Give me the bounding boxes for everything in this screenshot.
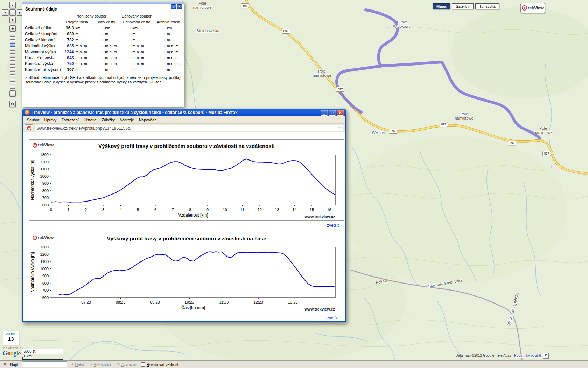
menu-historie[interactable]: Historie bbox=[81, 117, 99, 123]
site-favicon-button[interactable]: T bbox=[25, 124, 33, 131]
zoom-out-button[interactable]: − bbox=[9, 90, 16, 97]
zoom-slider-handle[interactable] bbox=[10, 43, 15, 47]
corner-arrow-button[interactable] bbox=[543, 353, 549, 359]
map-type-switcher: Mapa Satelitní Turistická bbox=[433, 3, 499, 9]
map-type-turisticka-button[interactable]: Turistická bbox=[475, 3, 499, 9]
svg-text:3: 3 bbox=[102, 207, 104, 212]
row-value: --m bbox=[119, 37, 154, 43]
zoom-slider-step[interactable] bbox=[10, 33, 15, 36]
trekview-brand-box[interactable]: T rekView bbox=[520, 3, 545, 13]
minimize-button[interactable]: _ bbox=[321, 110, 328, 116]
google-logo-letter: e bbox=[18, 350, 21, 357]
row-value: --m bbox=[154, 67, 183, 73]
url-input[interactable] bbox=[35, 125, 343, 131]
zoom-slider-step[interactable] bbox=[10, 75, 15, 78]
svg-text:Čas [hh:mm]: Čas [hh:mm] bbox=[181, 305, 205, 310]
zoom-slider-step[interactable] bbox=[10, 71, 15, 75]
map-type-mapa-button[interactable]: Mapa bbox=[433, 3, 450, 9]
panel-help-button[interactable]: ? bbox=[171, 4, 176, 9]
svg-text:1100: 1100 bbox=[40, 259, 49, 264]
google-logo-letter: G bbox=[3, 350, 8, 357]
road-number-badge: 897 bbox=[282, 29, 290, 34]
close-button[interactable]: ✕ bbox=[337, 110, 344, 116]
highlight-button[interactable]: ✎ Zvýraznit bbox=[115, 362, 139, 367]
zoom-level-value: 13 bbox=[3, 336, 19, 342]
row-value: --m n. m. bbox=[119, 55, 154, 61]
attribution-text: Data map ©2012 Google, Tele Atlas - bbox=[455, 354, 514, 357]
maximize-button[interactable]: □ bbox=[329, 110, 336, 116]
row-value: --m bbox=[154, 31, 183, 37]
enlarge-link-distance[interactable]: zvětšit bbox=[327, 223, 339, 228]
zoom-slider-step[interactable] bbox=[10, 64, 15, 68]
time-profile-chart: T rekView Výškový profil trasy v prohlíž… bbox=[29, 232, 344, 313]
svg-text:4: 4 bbox=[120, 207, 122, 212]
match-case-checkbox[interactable] bbox=[141, 362, 145, 367]
chart-title: Výškový profil trasy v prohlíženém soubo… bbox=[29, 232, 344, 244]
menu-soubor[interactable]: Soubor bbox=[24, 117, 42, 123]
match-case-option[interactable]: Rozlišovat velikost bbox=[141, 362, 178, 367]
zoom-slider-step[interactable] bbox=[10, 82, 15, 85]
findbar-close-button[interactable]: ✕ bbox=[2, 362, 8, 367]
svg-text:9: 9 bbox=[206, 207, 209, 212]
row-value: --m bbox=[92, 67, 119, 73]
svg-text:13: 13 bbox=[275, 207, 279, 212]
zoom-slider-step[interactable] bbox=[10, 47, 15, 50]
magnifier-button[interactable] bbox=[9, 101, 16, 107]
svg-text:1200: 1200 bbox=[40, 160, 49, 164]
window-titlebar[interactable]: TrekView - prohlížeč a plánovač tras pro… bbox=[23, 109, 345, 116]
zoom-slider-step[interactable] bbox=[10, 50, 15, 54]
zoom-slider[interactable] bbox=[10, 33, 15, 89]
row-label: Konečná výška bbox=[24, 61, 62, 67]
menu-nastroje[interactable]: Nástroje bbox=[117, 117, 136, 123]
pan-center-button[interactable]: ∙ bbox=[9, 9, 16, 16]
pan-left-button[interactable]: ◄ bbox=[2, 9, 8, 16]
svg-text:8: 8 bbox=[189, 207, 191, 212]
row-value: --m n. m. bbox=[92, 43, 119, 49]
pan-up-button[interactable]: ▲ bbox=[9, 2, 16, 8]
zoom-slider-step[interactable] bbox=[10, 54, 15, 57]
svg-text:900: 900 bbox=[42, 274, 49, 278]
row-label: Minimální výška bbox=[24, 43, 62, 49]
zoom-slider-step[interactable] bbox=[10, 36, 15, 40]
zoom-slider-step[interactable] bbox=[10, 68, 15, 71]
row-value: --m bbox=[119, 67, 154, 73]
svg-text:2: 2 bbox=[85, 207, 87, 212]
row-value: --km bbox=[92, 25, 119, 31]
bookmark-star-icon[interactable]: ☆ bbox=[338, 125, 342, 130]
menu-zobrazeni[interactable]: Zobrazení bbox=[59, 117, 81, 123]
site-favicon-icon: T bbox=[27, 126, 31, 130]
google-logo[interactable]: Google bbox=[3, 350, 21, 357]
zoom-slider-step[interactable] bbox=[10, 79, 15, 82]
panel-close-button[interactable]: ✕ bbox=[177, 4, 182, 9]
zoom-in-button[interactable]: + bbox=[9, 25, 16, 32]
zoom-slider-step[interactable] bbox=[10, 40, 15, 43]
find-input[interactable] bbox=[22, 361, 67, 367]
pan-down-button[interactable]: ▼ bbox=[9, 17, 16, 23]
zoom-slider-step[interactable] bbox=[10, 86, 15, 89]
svg-text:1000: 1000 bbox=[40, 174, 49, 178]
menu-napoveda[interactable]: Nápověda bbox=[136, 117, 159, 123]
row-label: Počáteční výška bbox=[24, 55, 62, 61]
terms-link[interactable]: Podmínky použití bbox=[514, 354, 541, 357]
find-prev-button[interactable]: ▲ Předchozí bbox=[88, 362, 113, 367]
svg-text:700: 700 bbox=[42, 288, 49, 292]
down-arrow-icon: ▼ bbox=[71, 363, 74, 366]
svg-text:1100: 1100 bbox=[40, 167, 49, 171]
corner-arrow-icon bbox=[545, 354, 547, 357]
svg-text:1: 1 bbox=[68, 207, 70, 212]
svg-text:5: 5 bbox=[137, 207, 139, 212]
map-type-satelitni-button[interactable]: Satelitní bbox=[452, 3, 474, 9]
find-next-button[interactable]: ▼ Další bbox=[70, 362, 86, 367]
menu-zalozky[interactable]: Záložky bbox=[99, 117, 117, 123]
trekview-logo-icon: T bbox=[522, 5, 527, 11]
zoom-slider-step[interactable] bbox=[10, 57, 15, 61]
summary-row: Konečná výška750m n. m.--m n. m.--m n. m… bbox=[24, 61, 183, 67]
enlarge-link-time[interactable]: zvětšit bbox=[327, 315, 339, 320]
row-value: --km bbox=[154, 25, 183, 31]
menu-upravy[interactable]: Úpravy bbox=[42, 117, 59, 123]
row-value: --m n. m. bbox=[92, 55, 119, 61]
zoom-slider-step[interactable] bbox=[10, 61, 15, 64]
menu-bar: Soubor Úpravy Zobrazení Historie Záložky… bbox=[23, 116, 345, 124]
summary-row: Celková délka16.3km--km--km--km bbox=[24, 25, 183, 31]
window-title: TrekView - prohlížeč a plánovač tras pro… bbox=[31, 110, 321, 115]
